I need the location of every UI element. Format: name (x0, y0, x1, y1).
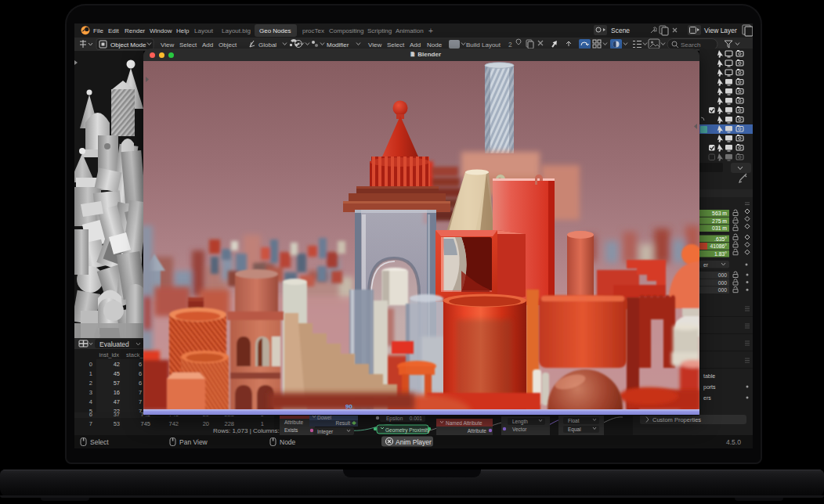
svg-text:er: er (703, 262, 709, 268)
svg-text:000: 000 (718, 287, 728, 293)
svg-text:275 m: 275 m (712, 218, 727, 224)
svg-text:42: 42 (114, 361, 120, 368)
svg-text:7: 7 (89, 420, 92, 427)
svg-text:7: 7 (139, 389, 142, 396)
svg-text:0.001: 0.001 (410, 416, 423, 421)
svg-text:Vector: Vector (512, 427, 527, 432)
svg-text:Window: Window (150, 27, 172, 34)
svg-text:Equal: Equal (568, 427, 581, 433)
svg-text:inst_idx: inst_idx (99, 351, 120, 358)
svg-text:Select: Select (387, 41, 405, 49)
svg-text:031 m: 031 m (712, 225, 727, 231)
svg-text:6: 6 (139, 380, 142, 387)
svg-text:6: 6 (89, 412, 92, 418)
svg-text:Exists: Exists (284, 427, 298, 433)
svg-text:0: 0 (89, 361, 92, 368)
svg-text:File: File (93, 27, 103, 34)
svg-text:procTex: procTex (302, 27, 324, 34)
svg-text:stack_t: stack_t (126, 351, 143, 358)
svg-text:47: 47 (114, 398, 120, 405)
svg-text:563 m: 563 m (712, 211, 727, 216)
svg-text:ports: ports (703, 384, 716, 391)
svg-text:6: 6 (139, 361, 142, 368)
svg-text:4.5.0: 4.5.0 (726, 438, 741, 446)
svg-text:Pan View: Pan View (179, 438, 208, 446)
svg-text:Float: Float (568, 418, 580, 423)
svg-text:2: 2 (508, 41, 512, 49)
svg-text:Help: Help (176, 27, 190, 34)
svg-text:Modifier: Modifier (327, 41, 349, 49)
svg-text:Layout: Layout (194, 27, 214, 34)
svg-text:41086°: 41086° (710, 243, 727, 249)
svg-text:+: + (428, 27, 433, 35)
svg-text:742: 742 (168, 420, 179, 427)
svg-text:1: 1 (89, 370, 92, 377)
svg-text:ers: ers (703, 395, 711, 401)
svg-text:Compositing: Compositing (329, 27, 363, 34)
svg-text:37: 37 (114, 412, 120, 418)
svg-text:Build Layout: Build Layout (466, 41, 501, 49)
svg-text:Attribute: Attribute (468, 428, 487, 434)
svg-text:Object: Object (219, 41, 237, 49)
svg-text:Add: Add (202, 41, 213, 49)
svg-text:Node: Node (427, 41, 443, 49)
svg-text:Scripting: Scripting (367, 27, 392, 34)
svg-text:Object Mode: Object Mode (110, 41, 146, 49)
svg-text:2: 2 (89, 380, 92, 387)
svg-text:table: table (703, 373, 715, 379)
svg-text:Edit: Edit (108, 27, 120, 34)
svg-text:Select: Select (179, 41, 197, 49)
svg-text:Attribute: Attribute (284, 419, 304, 425)
svg-text:Scene: Scene (611, 27, 630, 34)
svg-text:Anim Player: Anim Player (396, 438, 432, 446)
svg-text:Epsilon: Epsilon (386, 416, 403, 422)
svg-text:53: 53 (114, 420, 120, 427)
svg-text:.635°: .635° (714, 236, 727, 242)
svg-text:745: 745 (140, 420, 150, 427)
svg-text:Animation: Animation (396, 27, 424, 34)
svg-text:Global: Global (258, 41, 276, 49)
svg-text:Node: Node (280, 438, 296, 446)
svg-text:View: View (368, 41, 381, 49)
svg-text:57: 57 (114, 380, 120, 387)
svg-text:View Layer: View Layer (704, 27, 737, 34)
svg-text:1.83°: 1.83° (714, 251, 727, 257)
svg-text:20: 20 (203, 420, 209, 427)
svg-text:Result: Result (336, 420, 351, 426)
svg-text:Named Attribute: Named Attribute (446, 420, 482, 426)
svg-text:000: 000 (718, 272, 728, 278)
svg-text:Length: Length (512, 419, 528, 425)
svg-text:16: 16 (114, 389, 120, 396)
svg-text:45: 45 (114, 370, 120, 377)
svg-text:228: 228 (224, 420, 234, 427)
svg-text:Render: Render (125, 27, 146, 34)
svg-text:Integer: Integer (317, 429, 334, 435)
svg-text:7: 7 (139, 398, 142, 405)
svg-text:3: 3 (89, 389, 92, 396)
svg-text:Geo Nodes: Geo Nodes (259, 27, 291, 34)
svg-text:Search: Search (681, 41, 700, 49)
svg-text:1: 1 (261, 420, 264, 427)
svg-text:View: View (161, 41, 174, 49)
svg-text:Geometry Proximity: Geometry Proximity (385, 427, 431, 434)
svg-text:Evaluated: Evaluated (99, 340, 129, 348)
svg-text:6: 6 (139, 370, 142, 377)
svg-text:Select: Select (90, 438, 109, 446)
svg-text:Custom Properties: Custom Properties (652, 416, 701, 423)
svg-text:4: 4 (89, 398, 92, 405)
svg-text:Layout.big: Layout.big (222, 27, 251, 34)
svg-text:000: 000 (718, 280, 728, 286)
svg-text:Rows: 1,073 | Columns: 21: Rows: 1,073 | Columns: 21 (213, 427, 288, 434)
svg-text:Add: Add (410, 41, 421, 49)
